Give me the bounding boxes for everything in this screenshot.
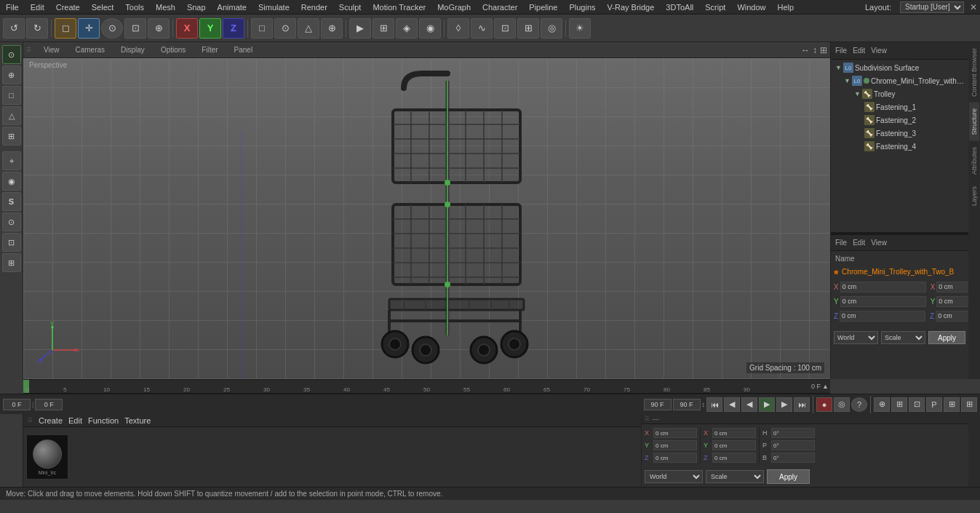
- redo-btn[interactable]: ↻: [26, 18, 48, 39]
- move-tool[interactable]: ✛: [78, 18, 100, 39]
- select-tool[interactable]: ◻: [55, 18, 76, 39]
- close-icon[interactable]: ✕: [970, 2, 977, 12]
- bottom-b-input[interactable]: [771, 453, 815, 463]
- attributes-tab[interactable]: Attributes: [969, 141, 979, 180]
- apply-button[interactable]: Apply: [928, 331, 965, 344]
- world-select[interactable]: World: [834, 331, 878, 344]
- view-tab[interactable]: View: [37, 44, 66, 56]
- tree-item-fastening1[interactable]: 🦴 Fastening_1: [831, 100, 968, 114]
- cube-btn[interactable]: □: [251, 18, 273, 39]
- material-sphere-preview[interactable]: [33, 440, 62, 469]
- go-start-btn[interactable]: ⏮: [706, 397, 722, 412]
- menu-select[interactable]: Select: [89, 3, 117, 12]
- tree-item-trolley-main[interactable]: ▼ L0 Chrome_Mini_Trolley_with_Two_...: [831, 74, 968, 87]
- z-pos-input[interactable]: [840, 311, 925, 322]
- cameras-tab[interactable]: Cameras: [69, 44, 112, 56]
- menu-3dtoall[interactable]: 3DToAll: [663, 3, 696, 12]
- material-btn[interactable]: ◊: [447, 18, 469, 39]
- menu-vray[interactable]: V-Ray Bridge: [605, 3, 658, 12]
- cone-btn[interactable]: △: [298, 18, 319, 39]
- layers-tab[interactable]: Layers: [969, 180, 979, 212]
- play-btn[interactable]: ▶: [759, 397, 775, 412]
- model-mode-btn[interactable]: ⊙: [2, 45, 21, 64]
- dynamics-btn[interactable]: ◎: [541, 18, 562, 39]
- menu-snap[interactable]: Snap: [184, 3, 209, 12]
- bottom-apply-button[interactable]: Apply: [767, 469, 810, 484]
- menu-plugins[interactable]: Plugins: [566, 3, 598, 12]
- bottom-z-input[interactable]: [653, 453, 697, 463]
- menu-character[interactable]: Character: [479, 3, 520, 12]
- create-tool[interactable]: ⊕: [148, 18, 170, 39]
- viewport-icon-2[interactable]: ↕: [813, 45, 817, 55]
- frame-start-input[interactable]: [3, 399, 31, 410]
- menu-mograph[interactable]: MoGraph: [434, 3, 474, 12]
- help-btn[interactable]: ?: [851, 397, 867, 412]
- frame-arrow[interactable]: ▲: [822, 383, 829, 390]
- tree-item-fastening2[interactable]: 🦴 Fastening_2: [831, 114, 968, 127]
- obj-edit-menu[interactable]: Edit: [853, 47, 865, 55]
- mat-edit-menu[interactable]: Edit: [68, 416, 82, 425]
- menu-file[interactable]: File: [3, 3, 22, 12]
- render-view-btn[interactable]: ◉: [419, 18, 441, 39]
- scale-tool[interactable]: ⊡: [124, 18, 146, 39]
- solo-btn[interactable]: ◉: [2, 172, 21, 191]
- go-end-btn[interactable]: ⏭: [794, 397, 810, 412]
- tree-expand-0[interactable]: ▼: [835, 64, 842, 71]
- render-btn[interactable]: ◈: [396, 18, 418, 39]
- menu-tools[interactable]: Tools: [122, 3, 147, 12]
- polygon-mode-btn[interactable]: □: [2, 86, 21, 105]
- record-btn[interactable]: ●: [816, 397, 832, 412]
- bottom-y-input[interactable]: [653, 440, 697, 450]
- s-btn[interactable]: S: [2, 192, 21, 211]
- 3d-viewport[interactable]: Perspective: [23, 58, 830, 379]
- current-frame-input[interactable]: [35, 399, 63, 410]
- layout-select[interactable]: Startup [User]: [900, 1, 964, 13]
- filter-tab[interactable]: Filter: [195, 44, 224, 56]
- bottom-world-select[interactable]: World: [645, 470, 703, 483]
- object-mode-btn[interactable]: ⊕: [2, 65, 21, 84]
- menu-help[interactable]: Help: [775, 3, 797, 12]
- obj-file-menu[interactable]: File: [835, 47, 847, 55]
- x-axis-btn[interactable]: X: [176, 18, 198, 39]
- render2-btn[interactable]: ⊙: [2, 212, 21, 231]
- tree-item-subdivision[interactable]: ▼ L0 Subdivision Surface: [831, 61, 968, 74]
- obj-view-menu[interactable]: View: [871, 47, 887, 55]
- y-pos-input[interactable]: [840, 296, 926, 307]
- viewport-icon-1[interactable]: ↔: [801, 45, 810, 55]
- attrs-view-menu[interactable]: View: [871, 239, 887, 247]
- bottom-z2-input[interactable]: [712, 453, 756, 463]
- deformer-btn[interactable]: ⊡: [494, 18, 516, 39]
- edge-mode-btn[interactable]: ⊞: [2, 127, 21, 146]
- content-browser-tab[interactable]: Content Browser: [969, 42, 979, 103]
- menu-create[interactable]: Create: [53, 3, 83, 12]
- layers-btn[interactable]: ⊡: [909, 397, 925, 412]
- menu-motion-tracker[interactable]: Motion Tracker: [370, 3, 429, 12]
- z-axis-btn[interactable]: Z: [223, 18, 244, 39]
- param-btn[interactable]: P: [926, 397, 942, 412]
- bottom-p-input[interactable]: [771, 440, 815, 450]
- bottom-h-input[interactable]: [771, 428, 815, 438]
- attrs-edit-menu[interactable]: Edit: [853, 239, 865, 247]
- structure-tab[interactable]: Structure: [969, 103, 979, 141]
- rotate-tool[interactable]: ⊙: [101, 18, 123, 39]
- snap-btn[interactable]: ⌖: [2, 151, 21, 170]
- render-region-btn[interactable]: ⊞: [373, 18, 394, 39]
- frame-end-input1[interactable]: [644, 399, 672, 410]
- x-pos-input[interactable]: [840, 282, 926, 293]
- mat-function-menu[interactable]: Function: [88, 416, 119, 425]
- sphere-btn[interactable]: ⊙: [274, 18, 296, 39]
- bottom-x-input[interactable]: [653, 428, 697, 438]
- menu-mesh[interactable]: Mesh: [153, 3, 178, 12]
- menu-sculpt[interactable]: Sculpt: [336, 3, 364, 12]
- menu-simulate[interactable]: Simulate: [255, 3, 292, 12]
- light-btn[interactable]: ☀: [569, 18, 591, 39]
- prev-frame-btn[interactable]: ◀: [724, 397, 740, 412]
- curve-btn[interactable]: ⊞: [944, 397, 960, 412]
- bottom-x2-input[interactable]: [712, 428, 756, 438]
- mat-texture-menu[interactable]: Texture: [124, 416, 151, 425]
- menu-render[interactable]: Render: [298, 3, 330, 12]
- tree-expand-2[interactable]: ▼: [854, 90, 861, 98]
- bottom-y2-input[interactable]: [712, 440, 756, 450]
- menu-window[interactable]: Window: [734, 3, 768, 12]
- viewport-icon-3[interactable]: ⊞: [820, 45, 827, 55]
